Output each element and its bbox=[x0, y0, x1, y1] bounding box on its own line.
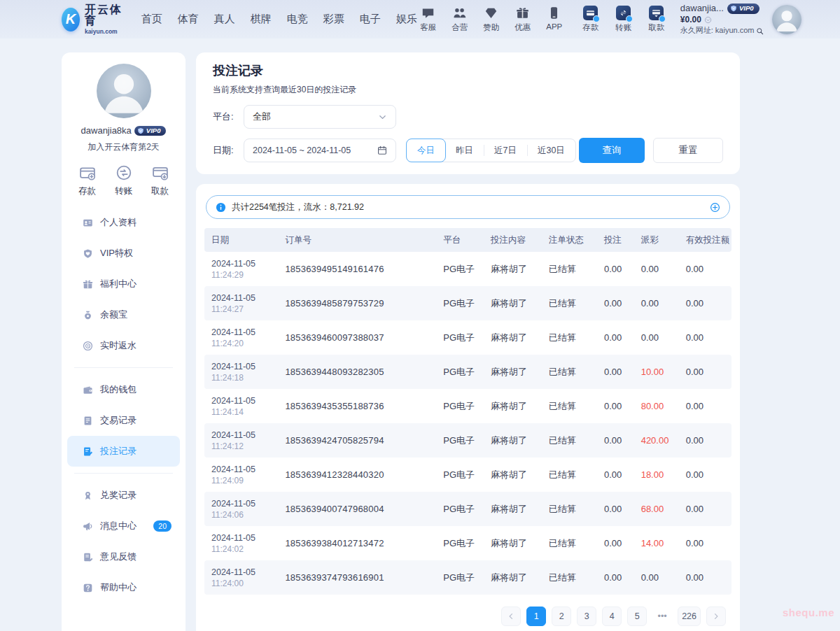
site-logo[interactable]: K 开云体育 kaiyun.com bbox=[62, 4, 123, 35]
date-range-input[interactable]: 2024-11-05 ~ 2024-11-05 bbox=[244, 139, 396, 162]
sidebar-item-transactions[interactable]: 交易记录 bbox=[67, 405, 180, 436]
vip-badge[interactable]: VIP0 bbox=[727, 3, 760, 14]
nav-item-5[interactable]: 电竞 bbox=[287, 13, 308, 26]
header-link-chat[interactable]: 客服 bbox=[417, 6, 440, 33]
pagination-page-226[interactable]: 226 bbox=[678, 607, 701, 626]
user-avatar[interactable] bbox=[772, 5, 802, 34]
page-title: 投注记录 bbox=[213, 64, 723, 78]
nav-item-2[interactable]: 体育 bbox=[178, 13, 199, 26]
header-link-deposit-tile[interactable]: 存款 bbox=[580, 6, 602, 33]
header-quick-links: 客服合营赞助优惠APP bbox=[417, 6, 566, 33]
cell-platform: PG电子 bbox=[436, 503, 484, 516]
header-link-app[interactable]: APP bbox=[543, 6, 566, 33]
cell-bet-amount: 0.00 bbox=[597, 332, 634, 343]
nav-item-1[interactable]: 首页 bbox=[141, 13, 162, 26]
reset-button[interactable]: 重置 bbox=[653, 138, 723, 163]
sidebar-item-welfare[interactable]: 福利中心 bbox=[67, 269, 180, 299]
cell-payout: 10.00 bbox=[634, 367, 679, 377]
pagination-page-4[interactable]: 4 bbox=[602, 607, 622, 626]
nav-item-7[interactable]: 电子 bbox=[360, 13, 381, 26]
pagination-prev[interactable] bbox=[501, 607, 521, 626]
cell-date: 2024-11-0511:24:14 bbox=[204, 396, 278, 417]
deposit-outline-icon bbox=[79, 164, 96, 181]
range-button-1[interactable]: 今日 bbox=[406, 139, 446, 162]
nav-item-8[interactable]: 娱乐 bbox=[396, 13, 417, 26]
cell-status: 已结算 bbox=[542, 572, 597, 584]
header-link-withdraw-tile[interactable]: 取款 bbox=[645, 6, 668, 33]
cell-platform: PG电子 bbox=[436, 366, 484, 378]
sidebar-item-label: 投注记录 bbox=[100, 445, 136, 458]
vip-shield-icon bbox=[730, 5, 737, 12]
sidebar-item-bets[interactable]: 投注记录 bbox=[67, 436, 180, 467]
header-link-sponsor[interactable]: 赞助 bbox=[480, 6, 503, 33]
table-row: 2024-11-0511:24:201853639460097388037PG电… bbox=[204, 320, 732, 355]
header-link-label: 合营 bbox=[451, 22, 468, 33]
range-button-2[interactable]: 昨日 bbox=[445, 139, 484, 162]
sidebar-item-rebate[interactable]: 实时返水 bbox=[67, 330, 180, 361]
search-button[interactable]: 查询 bbox=[579, 138, 645, 163]
cell-valid-amount: 0.00 bbox=[679, 401, 732, 411]
table-row: 2024-11-0511:24:181853639448093282305PG电… bbox=[204, 355, 732, 389]
pagination-page-5[interactable]: 5 bbox=[627, 607, 647, 626]
transactions-icon bbox=[83, 416, 93, 426]
cell-date: 2024-11-0511:24:09 bbox=[204, 465, 278, 485]
cell-order-no: 1853639460097388037 bbox=[278, 332, 436, 343]
quick-action-deposit-outline[interactable]: 存款 bbox=[78, 164, 96, 197]
platform-select[interactable]: 全部 bbox=[244, 105, 396, 129]
sidebar-item-feedback[interactable]: 意见反馈 bbox=[67, 541, 180, 572]
cell-bet-content: 麻将胡了 bbox=[484, 434, 542, 447]
nav-item-6[interactable]: 彩票 bbox=[323, 13, 344, 26]
cell-order-no: 1853639374793616901 bbox=[278, 572, 436, 583]
column-header-7: 派彩 bbox=[634, 234, 679, 246]
sidebar-item-help[interactable]: 帮助中心 bbox=[67, 572, 180, 603]
pagination-next[interactable] bbox=[706, 607, 726, 626]
sidebar-item-vip[interactable]: VIP特权 bbox=[67, 238, 180, 269]
cell-status: 已结算 bbox=[542, 297, 597, 310]
header-link-partners[interactable]: 合营 bbox=[449, 6, 471, 33]
sidebar-item-label: 兑奖记录 bbox=[100, 489, 136, 502]
pagination: 12345•••226 bbox=[204, 607, 732, 626]
chevron-right-icon bbox=[712, 612, 720, 621]
nav-item-3[interactable]: 真人 bbox=[214, 13, 235, 26]
quick-action-withdraw-outline[interactable]: 取款 bbox=[151, 164, 169, 197]
permanent-url-label: 永久网址: bbox=[680, 26, 713, 36]
prize-icon bbox=[83, 490, 93, 501]
chevron-down-icon bbox=[378, 113, 387, 122]
sidebar-item-label: 余额宝 bbox=[100, 309, 127, 321]
pagination-page-2[interactable]: 2 bbox=[552, 607, 571, 626]
cell-status: 已结算 bbox=[542, 537, 597, 550]
platform-select-value: 全部 bbox=[253, 111, 378, 123]
cell-bet-content: 麻将胡了 bbox=[484, 572, 542, 584]
sidebar-item-yuebao[interactable]: 余额宝 bbox=[67, 299, 180, 330]
cell-order-no: 1853639384012713472 bbox=[278, 538, 436, 548]
pagination-page-3[interactable]: 3 bbox=[577, 607, 596, 626]
quick-range-group: 今日昨日近7日近30日 bbox=[406, 139, 576, 162]
bet-date: 2024-11-05 bbox=[211, 533, 278, 543]
bet-time: 11:24:14 bbox=[211, 407, 278, 417]
profile-avatar[interactable] bbox=[97, 64, 151, 118]
sidebar-item-messages[interactable]: 消息中心20 bbox=[67, 511, 180, 541]
cell-date: 2024-11-0511:24:27 bbox=[204, 293, 278, 314]
bet-date: 2024-11-05 bbox=[211, 396, 278, 406]
sidebar-item-label: 帮助中心 bbox=[100, 581, 136, 594]
summary-text: 共计2254笔投注，流水：8,721.92 bbox=[232, 201, 710, 213]
nav-item-4[interactable]: 棋牌 bbox=[251, 13, 272, 26]
header-link-transfer-tile[interactable]: 转账 bbox=[612, 6, 635, 33]
avatar-placeholder-icon bbox=[772, 5, 802, 34]
header-link-promo[interactable]: 优惠 bbox=[512, 6, 534, 33]
range-button-4[interactable]: 近30日 bbox=[527, 139, 575, 162]
range-button-3[interactable]: 近7日 bbox=[484, 139, 527, 162]
table-row: 2024-11-0511:24:121853639424705825794PG电… bbox=[204, 423, 732, 458]
profile-vip-badge[interactable]: VIP0 bbox=[134, 126, 167, 136]
sponsor-icon bbox=[484, 6, 498, 20]
expand-plus-icon[interactable] bbox=[710, 202, 720, 213]
quick-action-transfer-outline[interactable]: 转账 bbox=[115, 164, 132, 197]
sidebar-item-prize[interactable]: 兑奖记录 bbox=[67, 480, 180, 511]
pagination-page-1[interactable]: 1 bbox=[526, 607, 546, 626]
sidebar-item-wallet[interactable]: 我的钱包 bbox=[67, 374, 180, 405]
summary-bar: 共计2254笔投注，流水：8,721.92 bbox=[206, 195, 730, 219]
search-icon[interactable] bbox=[756, 27, 764, 35]
header-wallet-links: 存款转账取款 bbox=[580, 6, 668, 33]
balance-dropdown-icon[interactable] bbox=[704, 16, 712, 24]
sidebar-item-profile[interactable]: 个人资料 bbox=[67, 207, 180, 238]
